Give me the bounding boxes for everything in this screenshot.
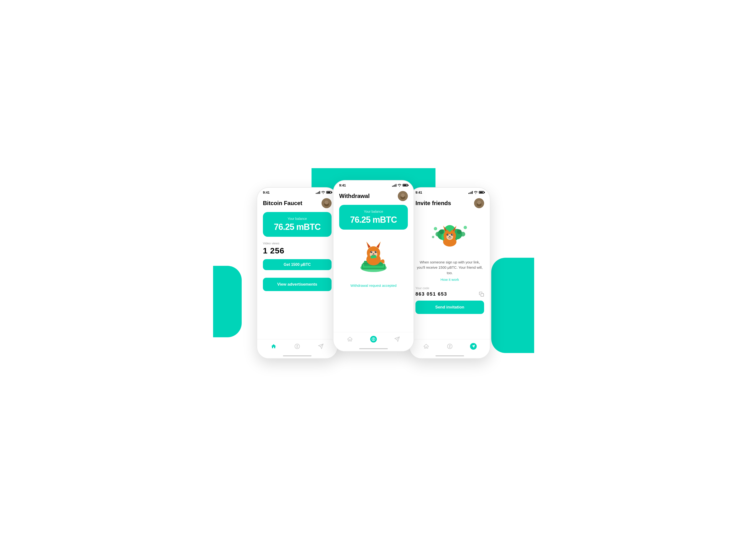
svg-point-45: [464, 226, 467, 229]
nav-home-1[interactable]: [266, 341, 281, 352]
svg-point-24: [376, 251, 376, 252]
header-1: Bitcoin Faucet: [257, 196, 337, 212]
signal-icon-2: [392, 184, 396, 187]
page-title-1: Bitcoin Faucet: [263, 200, 302, 207]
signal-icon-1: [316, 191, 320, 194]
svg-point-56: [448, 234, 448, 235]
balance-amount-1: 76.25 mBTC: [268, 222, 326, 232]
balance-amount-2: 76.25 mBTC: [345, 215, 402, 225]
phone-invite: 9:41: [409, 187, 490, 359]
svg-point-8: [401, 193, 405, 197]
bottom-nav-3: [410, 339, 490, 358]
stats-label: Video views: [263, 242, 332, 245]
fox-mascot-area: [333, 234, 414, 277]
battery-icon-1: [326, 191, 332, 194]
svg-point-54: [447, 234, 448, 236]
svg-point-46: [432, 236, 434, 238]
status-icons-2: [392, 184, 408, 187]
send-invitation-button[interactable]: Send invitation: [415, 301, 484, 314]
fox-money-illustration: [355, 237, 392, 275]
status-bar-3: 9:41: [410, 188, 490, 196]
code-section: Your code 863 051 653: [410, 286, 490, 297]
svg-point-55: [451, 234, 453, 236]
wifi-icon-3: [474, 191, 478, 194]
home-bar-2: [359, 348, 388, 349]
nav-send-3[interactable]: [466, 341, 481, 352]
svg-rect-63: [481, 293, 484, 296]
svg-point-22: [375, 251, 377, 253]
svg-point-23: [371, 251, 372, 252]
bottom-nav-1: [257, 339, 337, 358]
svg-point-21: [370, 251, 372, 253]
nav-wallet-3[interactable]: [443, 341, 457, 352]
code-label: Your code: [415, 286, 484, 290]
page-title-2: Withdrawal: [339, 193, 370, 199]
time-3: 9:41: [415, 191, 422, 194]
home-icon-1: [270, 343, 277, 350]
svg-point-57: [452, 234, 453, 235]
phone-bitcoin-faucet: 9:41: [257, 187, 338, 359]
status-icons-1: [316, 191, 332, 194]
bottom-nav-2: [333, 332, 414, 351]
wifi-icon-2: [397, 184, 402, 187]
signal-icon-3: [468, 191, 473, 194]
battery-icon-3: [479, 191, 484, 194]
svg-point-41: [436, 232, 440, 237]
nav-wallet-2[interactable]: [366, 334, 381, 344]
wallet-icon-1: [294, 343, 301, 350]
send-icon-1: [317, 343, 324, 350]
send-icon-2: [394, 336, 401, 343]
svg-point-58: [449, 236, 450, 237]
status-bar-2: 9:41: [333, 181, 414, 189]
balance-card-2: Your balance 76.25 mBTC: [339, 205, 408, 230]
stats-section: Video views 1 256 Get 1500 μBTC: [257, 242, 337, 273]
svg-point-25: [373, 254, 374, 255]
status-bar-1: 9:41: [257, 188, 337, 196]
nav-send-2[interactable]: [390, 334, 404, 344]
code-row: 863 051 653: [415, 291, 484, 297]
scene: 9:41: [223, 168, 524, 392]
home-icon-3: [423, 343, 430, 350]
avatar-2[interactable]: [398, 191, 408, 201]
svg-point-2: [325, 201, 329, 204]
lucky-fox-illustration: [428, 216, 471, 256]
status-icons-3: [468, 191, 484, 194]
time-2: 9:41: [339, 183, 346, 187]
page-title-3: Invite friends: [415, 200, 451, 207]
svg-marker-65: [472, 345, 475, 348]
avatar-3[interactable]: [474, 198, 484, 208]
svg-point-43: [461, 232, 465, 237]
svg-point-44: [434, 227, 437, 230]
home-bar-3: [436, 355, 464, 356]
svg-point-33: [477, 201, 481, 204]
home-bar-1: [283, 355, 311, 356]
home-icon-2: [346, 336, 353, 343]
header-2: Withdrawal: [333, 189, 414, 205]
lucky-fox-area: [410, 214, 490, 257]
view-ads-button[interactable]: View advertisements: [263, 278, 332, 291]
copy-icon[interactable]: [479, 292, 484, 297]
time-1: 9:41: [263, 191, 269, 194]
nav-home-2[interactable]: [343, 334, 357, 344]
phone-withdrawal: 9:41: [333, 180, 414, 352]
balance-label-1: Your balance: [268, 217, 326, 220]
balance-card-1: Your balance 76.25 mBTC: [263, 212, 332, 237]
battery-icon-2: [403, 184, 408, 187]
nav-send-1[interactable]: [314, 341, 328, 352]
wifi-icon-1: [321, 191, 325, 194]
avatar-1[interactable]: [321, 198, 332, 208]
send-icon-3: [470, 343, 477, 350]
balance-label-2: Your balance: [345, 210, 402, 213]
stats-value: 1 256: [263, 246, 332, 255]
invite-description: When someone sign up with your link, you…: [410, 260, 490, 276]
svg-point-62: [448, 226, 451, 229]
wallet-icon-3: [446, 343, 453, 350]
phones-container: 9:41: [223, 180, 524, 392]
how-it-work-link[interactable]: How it work: [410, 277, 490, 282]
nav-home-3[interactable]: [419, 341, 433, 352]
get-button[interactable]: Get 1500 μBTC: [263, 259, 332, 270]
withdrawal-status: Withdrawal request accepted: [333, 279, 414, 291]
wallet-icon-2: [370, 336, 377, 343]
header-3: Invite friends: [410, 196, 490, 212]
nav-wallet-1[interactable]: [290, 341, 304, 352]
